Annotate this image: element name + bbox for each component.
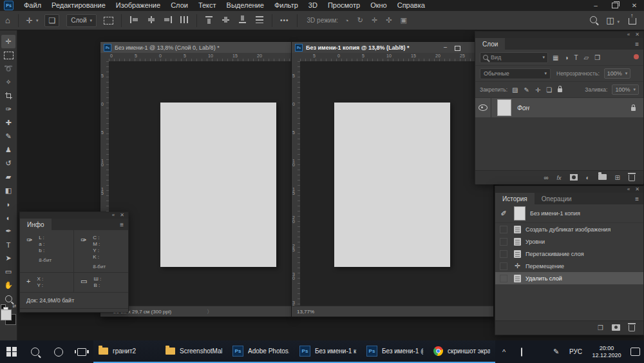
layer-thumbnail[interactable] [497,99,511,116]
share-icon[interactable] [629,15,636,26]
collapse-panel-icon[interactable]: « [627,32,630,38]
layer-row-background[interactable]: Фон [475,98,643,117]
history-source-checkbox[interactable] [500,226,507,233]
3d-pan-icon[interactable]: ✛ [372,16,377,25]
canvas-area[interactable] [109,61,292,306]
smart-object-filter-icon[interactable]: ❒ [594,54,600,61]
history-source-checkbox[interactable] [500,275,507,282]
rectangular-marquee-tool[interactable] [1,48,15,62]
close-panel-icon[interactable]: ✕ [120,212,124,219]
new-doc-from-state-icon[interactable]: ❒ [598,324,603,331]
align-right-icon[interactable] [164,16,172,25]
close-panel-icon[interactable]: ✕ [635,186,639,193]
distribute-vertical-icon[interactable] [180,16,188,25]
pixel-layers-filter-icon[interactable]: ▦ [553,54,558,61]
rectangle-tool[interactable]: ▭ [1,265,15,279]
layer-name[interactable]: Фон [517,104,529,112]
horizontal-ruler[interactable]: 0505101520 [109,53,292,62]
move-tool[interactable]: ✛ [1,35,15,48]
tab-history[interactable]: История [495,193,535,204]
language-indicator[interactable]: РУС [565,348,587,355]
menu-item-2[interactable]: Редактирование [46,0,111,11]
lock-pixels-icon[interactable]: ✎ [524,86,529,93]
network-icon[interactable] [521,348,522,356]
taskbar-search-button[interactable] [23,340,46,363]
action-center-button[interactable] [627,340,644,363]
ruler-corner[interactable] [100,53,109,62]
layer-visibility-toggle[interactable] [475,98,491,117]
task-view-button[interactable] [70,340,93,363]
history-snapshot-row[interactable]: ✐ Без имени-1 копия [495,204,643,223]
tab-info[interactable]: Инфо [20,219,52,230]
lock-transparent-icon[interactable]: ▨ [512,86,518,93]
taskbar-item-3[interactable]: PsAdobe Photos... [227,340,294,363]
type-layers-filter-icon[interactable]: T [574,54,578,61]
panel-menu-icon[interactable]: ≡ [635,193,643,204]
history-step-5[interactable]: Удалить слой [495,272,643,284]
status-expander-icon[interactable]: 〉 [171,308,212,315]
new-layer-icon[interactable]: ⊞ [615,174,620,181]
chevron-up-icon[interactable]: ^ [502,348,506,356]
taskbar-item-5[interactable]: PsБез имени-1 @... [361,340,428,363]
hand-tool[interactable]: ✋ [1,279,15,292]
align-middle-icon[interactable] [222,16,231,25]
doc-maximize-button[interactable] [455,46,460,51]
lasso-tool[interactable]: ➰ [1,62,15,75]
history-source-checkbox[interactable] [500,262,507,270]
lock-all-icon[interactable] [558,86,562,93]
menu-item-11[interactable]: Справка [392,0,430,11]
menu-item-9[interactable]: Просмотр [323,0,365,11]
align-center-horizontal-icon[interactable] [147,16,155,25]
start-button[interactable] [0,340,23,363]
foreground-color-swatch[interactable] [1,309,12,320]
history-step-1[interactable]: Создать дубликат изображения [495,223,643,235]
horizontal-ruler[interactable]: 50510152025 [300,53,493,62]
menu-item-6[interactable]: Выделение [222,0,269,11]
history-brush-source-icon[interactable]: ✐ [498,210,509,218]
3d-camera-icon[interactable]: ▣ [400,16,406,25]
swap-colors-icon[interactable]: ⇄ [12,304,16,309]
eyedropper-icon[interactable]: ✑ [26,236,32,270]
canvas-area[interactable] [300,61,493,306]
3d-slide-icon[interactable]: ✣ [386,16,392,25]
collapse-panel-icon[interactable]: « [627,186,630,193]
dodge-tool[interactable]: ◐ [1,211,15,224]
auto-select-target-dropdown[interactable]: Слой ▾ [66,14,97,27]
auto-select-toggle-icon[interactable]: ❏ [44,14,59,27]
crop-tool[interactable] [1,89,15,103]
menu-item-1[interactable]: Файл [19,0,46,11]
3d-orbit-icon[interactable]: ◔ [345,17,349,25]
panel-menu-icon[interactable]: ≡ [120,219,128,230]
pen-tool[interactable]: ✒ [1,224,15,238]
canvas-page[interactable] [334,103,450,267]
ruler-corner[interactable] [292,53,301,62]
eyedropper-tool[interactable]: ✑ [1,103,15,116]
layer-group-icon[interactable] [598,174,607,181]
menu-item-5[interactable]: Текст [193,0,222,11]
layer-effects-icon[interactable]: fx [557,175,562,181]
shape-layers-filter-icon[interactable]: ▱ [584,54,589,61]
filter-toggle-icon[interactable] [634,54,639,61]
eraser-tool[interactable]: ▰ [1,170,15,184]
delete-state-icon[interactable] [629,323,635,333]
show-transform-controls-icon[interactable] [104,17,113,25]
close-button[interactable]: ✕ [625,0,644,11]
more-options-icon[interactable]: ••• [280,17,289,24]
gradient-tool[interactable]: ◧ [1,184,15,197]
history-brush-tool[interactable]: ↺ [1,157,15,170]
clock[interactable]: 20:00 12.12.2020 [587,345,627,359]
canvas-page[interactable] [160,103,276,267]
adjustment-layer-icon[interactable]: ◐ [586,174,590,181]
move-tool-preset-icon[interactable]: ✛▾ [26,16,39,25]
link-layers-icon[interactable]: ∞ [544,174,548,181]
fill-value[interactable]: 100% ▾ [612,84,639,95]
align-top-icon[interactable] [205,16,214,25]
menu-item-3[interactable]: Изображение [111,0,166,11]
layer-mask-icon[interactable] [570,174,578,182]
align-left-icon[interactable] [130,16,138,25]
document-2-titlebar[interactable]: Ps Без имени-1 копия @ 13,8% (Lab/8) * – [292,42,493,53]
delete-layer-icon[interactable] [629,173,635,182]
pen-icon[interactable]: ✎ [553,348,559,356]
minimize-button[interactable]: – [586,0,605,11]
color-swatches[interactable]: ⇄ [1,309,16,326]
